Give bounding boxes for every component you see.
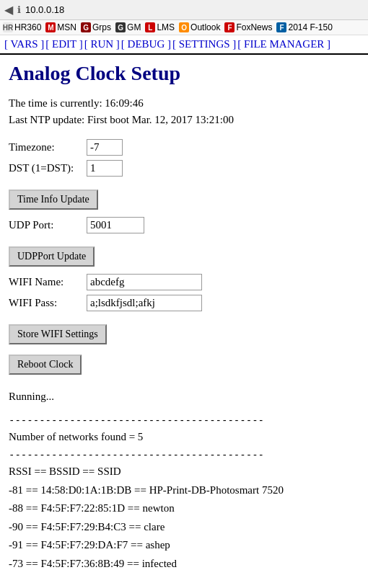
bookmark-label-lms: LMS [157, 22, 175, 32]
bookmark-icon-fox: F [224, 22, 235, 32]
wifi-name-input[interactable] [87, 274, 202, 290]
bookmark-icon-outlook: O [179, 22, 189, 32]
timezone-input[interactable] [87, 139, 123, 156]
main-content: Analog Clock Setup The time is currently… [0, 55, 368, 580]
nav-item-file_manager[interactable]: [ FILE MANAGER ] [237, 38, 330, 50]
network-item: -73 == F4:5F:F7:36:8B:49 == infected [9, 555, 359, 574]
current-time-label: The time is currently: 16:09:46 [9, 95, 359, 112]
udp-port-input[interactable] [87, 217, 144, 233]
store-wifi-button[interactable]: Store WIFI Settings [9, 324, 107, 344]
time-update-button[interactable]: Time Info Update [9, 190, 98, 210]
wifi-pass-label: WIFI Pass: [9, 297, 81, 309]
bookmark-icon-hr360: HR [3, 22, 13, 32]
bookmark-outlook[interactable]: OOutlook [179, 22, 220, 32]
udp-port-row: UDP Port: [9, 217, 359, 233]
timezone-row: Timezone: [9, 139, 359, 156]
udp-section: UDP Port: [9, 217, 359, 233]
nav-item-settings[interactable]: [ SETTINGS ] [172, 38, 236, 50]
bookmark-label-fox: FoxNews [236, 22, 272, 32]
bookmark-gm[interactable]: GGM [115, 22, 141, 32]
timezone-label: Timezone: [9, 141, 81, 153]
bookmarks-bar: HRHR360MMSNGGrpsGGMLLMSOOutlookFFoxNewsF… [0, 20, 368, 35]
nav-item-edit[interactable]: [ EDIT ] [45, 38, 82, 50]
nav-item-vars[interactable]: [ VARS ] [4, 38, 44, 50]
bookmark-hr360[interactable]: HRHR360 [3, 22, 41, 32]
networks-found: Number of networks found = 5 [9, 428, 359, 447]
network-item: -88 == F4:5F:F7:22:85:1D == newton [9, 499, 359, 518]
bookmark-label-gm: GM [127, 22, 141, 32]
nav-menu: [ VARS ] [ EDIT ] [ RUN ] [ DEBUG ] [ SE… [0, 35, 368, 55]
status-section: Running... -----------------------------… [9, 388, 359, 573]
rssi-header: RSSI == BSSID == SSID [9, 463, 359, 481]
url-display[interactable]: 10.0.0.18 [25, 4, 64, 15]
wifi-pass-row: WIFI Pass: [9, 295, 359, 311]
bookmark-fox[interactable]: FFoxNews [224, 22, 272, 32]
divider-1: ----------------------------------------… [9, 412, 359, 428]
udp-port-label: UDP Port: [9, 219, 81, 231]
bookmark-msn[interactable]: MMSN [45, 22, 76, 32]
bookmark-label-msn: MSN [57, 22, 76, 32]
network-item: -90 == F4:5F:F7:29:B4:C3 == clare [9, 518, 359, 537]
page-title: Analog Clock Setup [9, 62, 359, 85]
reboot-clock-button[interactable]: Reboot Clock [9, 355, 82, 375]
bookmark-icon-gm: G [115, 22, 126, 32]
nav-item-debug[interactable]: [ DEBUG ] [121, 38, 171, 50]
address-bar: ◀ ℹ 10.0.0.18 [0, 0, 368, 20]
wifi-section: WIFI Name: WIFI Pass: [9, 274, 359, 311]
bookmark-icon-lms: L [145, 22, 155, 32]
bookmark-lms[interactable]: LLMS [145, 22, 175, 32]
dst-row: DST (1=DST): [9, 160, 359, 177]
bookmark-label-outlook: Outlook [190, 22, 220, 32]
back-button[interactable]: ◀ [4, 3, 13, 17]
nav-item-run[interactable]: [ RUN ] [84, 38, 120, 50]
bookmark-icon-f150: F [276, 22, 286, 32]
dst-label: DST (1=DST): [9, 162, 81, 174]
bookmark-label-f150: 2014 F-150 [288, 22, 332, 32]
divider-2: ----------------------------------------… [9, 447, 359, 463]
running-status: Running... [9, 388, 359, 405]
bookmark-label-hr360: HR360 [14, 22, 41, 32]
network-item: -81 == 14:58:D0:1A:1B:DB == HP-Print-DB-… [9, 481, 359, 500]
network-item: -91 == F4:5F:F7:29:DA:F7 == ashep [9, 536, 359, 555]
network-list: -81 == 14:58:D0:1A:1B:DB == HP-Print-DB-… [9, 481, 359, 574]
dst-input[interactable] [87, 160, 123, 177]
bookmark-label-grps: Grps [92, 22, 111, 32]
bookmark-icon-msn: M [45, 22, 56, 32]
udp-update-button[interactable]: UDPPort Update [9, 246, 95, 267]
info-icon: ℹ [17, 4, 21, 15]
bookmark-icon-grps: G [81, 22, 91, 32]
wifi-pass-input[interactable] [87, 295, 202, 311]
wifi-name-row: WIFI Name: [9, 274, 359, 290]
timezone-section: Timezone: DST (1=DST): [9, 139, 359, 177]
bookmark-grps[interactable]: GGrps [81, 22, 111, 32]
ntp-update-label: Last NTP update: First boot Mar. 12, 201… [9, 112, 359, 128]
wifi-name-label: WIFI Name: [9, 276, 81, 288]
bookmark-f150[interactable]: F2014 F-150 [276, 22, 332, 32]
time-info: The time is currently: 16:09:46 Last NTP… [9, 95, 359, 128]
